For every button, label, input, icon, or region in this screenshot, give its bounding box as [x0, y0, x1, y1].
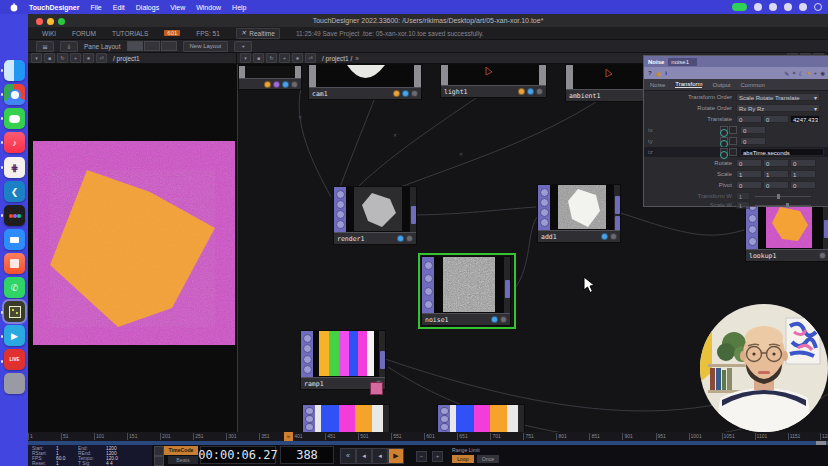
transform-w-slider[interactable]	[755, 196, 811, 197]
skip-to-start-button[interactable]: «	[340, 448, 356, 464]
node-noise1[interactable]: noise1	[421, 256, 511, 326]
pivot-x-field[interactable]: 0	[736, 181, 762, 189]
node-viewer-rail[interactable]	[303, 405, 315, 432]
node-thumbnail[interactable]	[315, 405, 383, 432]
realtime-toggle[interactable]: ✕Realtime	[236, 28, 280, 39]
help-icon[interactable]: ?	[648, 70, 652, 76]
node-flags[interactable]	[491, 316, 507, 323]
window-titlebar[interactable]: TouchDesigner 2022.33600: /Users/rikimas…	[28, 14, 828, 28]
node-flags[interactable]	[601, 233, 617, 240]
export-flag-icon[interactable]: ●	[807, 70, 811, 76]
scale-z-field[interactable]: 1	[790, 170, 816, 178]
scale-x-field[interactable]: 1	[736, 170, 762, 178]
layout-grid-icon[interactable]: ⊞	[36, 41, 54, 52]
rotate-z-field[interactable]: 0	[790, 159, 816, 167]
timeline-options-button[interactable]	[154, 446, 164, 456]
layout-export-icon[interactable]: ⇩	[60, 41, 78, 52]
tab-common[interactable]: Common	[740, 82, 764, 88]
info-icon[interactable]: i	[665, 70, 667, 76]
comment-icon[interactable]: ❝	[792, 70, 795, 77]
dock-icon-music[interactable]: ♪	[4, 132, 25, 153]
forum-link[interactable]: FORUM	[72, 30, 96, 37]
layout-presets[interactable]	[127, 41, 177, 51]
history-back-icon[interactable]: ↻	[266, 53, 277, 63]
bookmark-add-icon[interactable]: +	[70, 53, 81, 63]
scale-w-field[interactable]: 1	[736, 201, 750, 209]
scale-w-slider[interactable]	[755, 205, 811, 206]
node-flags[interactable]	[518, 88, 543, 95]
node-flags[interactable]	[397, 235, 413, 242]
tutorials-link[interactable]: TUTORIALS	[112, 30, 148, 37]
node-cam1[interactable]: cam1	[308, 64, 422, 100]
dock-icon-figma[interactable]	[4, 205, 25, 226]
node-thumbnail[interactable]	[313, 331, 379, 377]
node-output-tab[interactable]	[615, 196, 620, 214]
dock-icon-zoom[interactable]	[4, 229, 25, 250]
play-reverse-button[interactable]: ◂	[372, 448, 388, 464]
info-value[interactable]: 4 4	[106, 461, 136, 466]
node-viewer-rail[interactable]	[301, 331, 313, 377]
menu-view[interactable]: View	[170, 4, 185, 11]
node-noise1-selection[interactable]: noise1	[418, 253, 516, 329]
transform-order-dropdown[interactable]: Scale Rotate Translate▾	[736, 93, 820, 101]
node-bottom-a[interactable]	[302, 404, 390, 432]
node-viewer-rail[interactable]	[438, 405, 450, 432]
path-enter-icon[interactable]: ⏎	[96, 53, 107, 63]
dock-icon-messages[interactable]	[4, 108, 25, 129]
tab-noise[interactable]: Noise	[650, 82, 665, 88]
info-value[interactable]: 1	[56, 461, 78, 466]
network-path[interactable]: / project1 /	[322, 55, 352, 62]
screen-recording-indicator-icon[interactable]	[732, 3, 747, 11]
dock-icon-slack[interactable]: ⋕	[4, 157, 25, 178]
pivot-y-field[interactable]: 0	[763, 181, 789, 189]
pane-type-icon[interactable]: ■	[253, 53, 264, 63]
gear-icon[interactable]: ✺	[820, 70, 825, 77]
pane-type-icon[interactable]: ■	[44, 53, 55, 63]
top-viewer-pane[interactable]	[28, 64, 237, 432]
menu-window[interactable]: Window	[196, 4, 221, 11]
increment-button[interactable]: +	[432, 451, 443, 462]
node-viewer-rail[interactable]	[334, 187, 346, 232]
menu-file[interactable]: File	[90, 4, 101, 11]
node-bottom-b[interactable]	[437, 404, 525, 432]
dock-icon-telegram[interactable]: ▶	[4, 325, 25, 346]
operator-name-field[interactable]: noise1	[668, 58, 697, 66]
translate-z-field[interactable]: 4247.433	[790, 115, 820, 123]
rotate-order-dropdown[interactable]: Rx Ry Rz▾	[736, 104, 820, 112]
timeline-options-button-2[interactable]	[154, 456, 164, 466]
add-parameter-icon[interactable]: +	[813, 70, 817, 76]
menu-touchdesigner[interactable]: TouchDesigner	[29, 4, 79, 11]
dock-icon-finder[interactable]	[4, 60, 25, 81]
timecode-mode-button[interactable]: TimeCode	[164, 446, 198, 455]
dock-icon-live[interactable]: LIVE	[4, 349, 25, 370]
node-thumbnail[interactable]	[239, 65, 301, 78]
decrement-button[interactable]: −	[416, 451, 427, 462]
node-add1[interactable]: add1	[537, 184, 621, 243]
node-viewer-rail[interactable]	[538, 185, 550, 230]
tab-transform[interactable]: Transform	[675, 81, 702, 88]
beats-mode-button[interactable]: Beats	[168, 456, 198, 464]
play-button[interactable]: ▶	[388, 448, 404, 464]
status-icon-2[interactable]	[769, 3, 777, 11]
wiki-link[interactable]: WIKI	[42, 30, 56, 37]
apple-icon[interactable]	[10, 3, 18, 12]
pivot-z-field[interactable]: 0	[790, 181, 816, 189]
status-icon-5[interactable]	[814, 3, 822, 11]
tab-output[interactable]: Output	[712, 82, 730, 88]
node-output-tab[interactable]	[824, 220, 828, 238]
history-back-icon[interactable]: ↻	[57, 53, 68, 63]
path-expander-icon[interactable]: »	[355, 55, 359, 62]
pane-dropdown-icon[interactable]: ▾	[31, 53, 42, 63]
tz-mode-toggles[interactable]	[720, 148, 737, 156]
scale-y-field[interactable]: 1	[763, 170, 789, 178]
tz-expression-field[interactable]: absTime.seconds	[740, 148, 824, 156]
dock-icon-calendar[interactable]	[4, 253, 25, 274]
new-layout-button[interactable]: New Layout	[183, 41, 229, 52]
bookmark-star-icon[interactable]: ★	[83, 53, 94, 63]
bookmark-star-icon[interactable]: ★	[292, 53, 303, 63]
node-flags[interactable]	[393, 90, 418, 97]
node-viewer-rail[interactable]	[422, 257, 434, 313]
node-render1[interactable]: render1	[333, 186, 417, 245]
viewer-path[interactable]: / project1	[113, 55, 140, 62]
loop-button[interactable]: Loop	[452, 455, 474, 463]
